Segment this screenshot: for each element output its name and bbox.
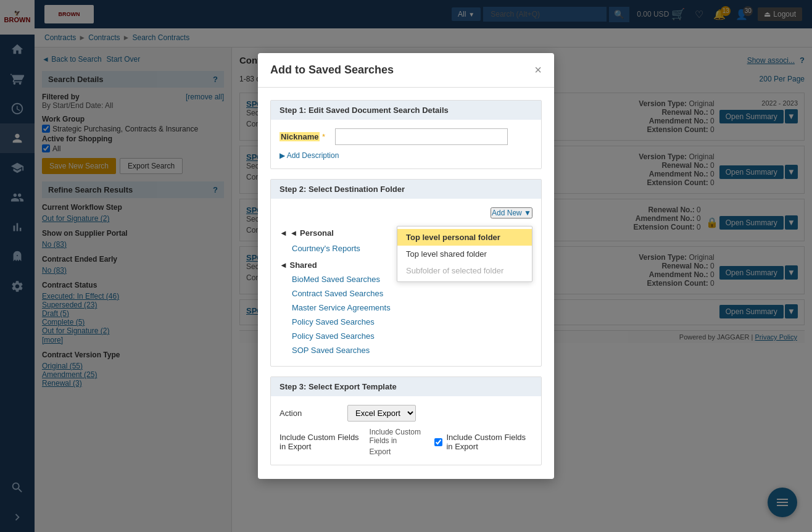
step3-section: Step 3: Select Export Template Action Ex…	[270, 376, 542, 465]
folder-contract-saved[interactable]: Contract Saved Searches	[280, 286, 532, 301]
modal-close-x-button[interactable]: ×	[534, 63, 542, 77]
nickname-label: Nickname *	[280, 132, 329, 141]
modal-header: Add to Saved Searches ×	[258, 53, 554, 88]
modal-body: Step 1: Edit Saved Document Search Detai…	[258, 88, 554, 479]
action-row: Action Excel Export	[280, 405, 532, 422]
step2-content: Add New ▼ Top level personal folder Top …	[271, 199, 541, 366]
step2-section: Step 2: Select Destination Folder Add Ne…	[270, 179, 542, 367]
dropdown-top-shared[interactable]: Top level shared folder	[397, 246, 532, 262]
step1-section: Step 1: Edit Saved Document Search Detai…	[270, 100, 542, 169]
add-new-row: Add New ▼	[280, 207, 532, 218]
action-label: Action	[280, 409, 341, 418]
nickname-row: Nickname *	[280, 128, 532, 145]
dropdown-top-personal[interactable]: Top level personal folder	[397, 229, 532, 246]
nickname-input[interactable]	[335, 128, 508, 145]
add-description-link[interactable]: ▶ Add Description	[280, 151, 532, 160]
folder-master-service[interactable]: Master Service Agreements	[280, 301, 532, 315]
modal-overlay: Add to Saved Searches × Step 1: Edit Sav…	[0, 0, 812, 532]
export-template-select[interactable]: Excel Export	[347, 405, 416, 422]
step1-content: Nickname * ▶ Add Description	[271, 120, 541, 168]
triangle-personal: ◄	[280, 228, 288, 238]
include-custom-row: Include Custom Fields in Export Include …	[280, 428, 532, 456]
folder-policy-saved-1[interactable]: Policy Saved Searches	[280, 315, 532, 329]
add-new-button[interactable]: Add New ▼	[491, 207, 532, 218]
triangle-shared: ◄	[280, 260, 288, 270]
step3-header: Step 3: Select Export Template	[271, 377, 541, 396]
include-custom-spacer: Include Custom Fields in Export	[280, 433, 366, 451]
include-custom-check-label: Include Custom Fields in Export	[446, 433, 532, 451]
step1-header: Step 1: Edit Saved Document Search Detai…	[271, 101, 541, 120]
include-custom-checkbox[interactable]	[434, 438, 442, 446]
required-star-nickname: *	[322, 132, 325, 141]
add-new-dropdown: Top level personal folder Top level shar…	[397, 226, 532, 282]
nickname-highlight: Nickname	[280, 132, 320, 141]
folder-policy-saved-2[interactable]: Policy Saved Searches	[280, 329, 532, 343]
step2-header: Step 2: Select Destination Folder	[271, 180, 541, 199]
add-to-saved-searches-modal: Add to Saved Searches × Step 1: Edit Sav…	[258, 53, 554, 479]
modal-title: Add to Saved Searches	[270, 64, 394, 77]
folder-sop-saved[interactable]: SOP Saved Searches	[280, 343, 532, 357]
dropdown-subfolder: Subfolder of selected folder	[397, 262, 532, 279]
step3-content: Action Excel Export Include Custom Field…	[271, 396, 541, 465]
